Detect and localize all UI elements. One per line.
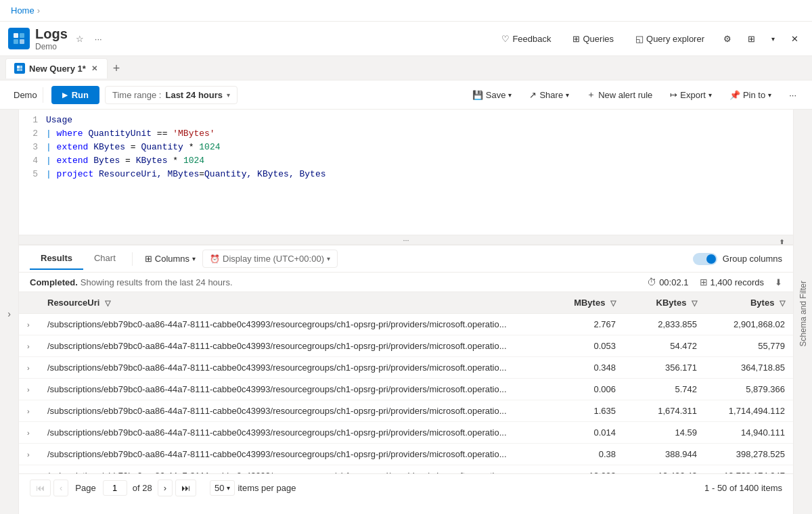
feedback-icon: ♡: [501, 34, 510, 44]
items-text: items per page: [238, 483, 296, 493]
expand-row-icon[interactable]: ›: [27, 407, 30, 415]
filter-mbytes-icon[interactable]: ▽: [610, 299, 616, 307]
breadcrumb-home[interactable]: Home: [11, 5, 35, 16]
filter-kbytes-icon[interactable]: ▽: [692, 299, 697, 307]
page-input[interactable]: [103, 480, 127, 496]
row-expand-2[interactable]: ›: [19, 357, 39, 379]
line-content-2[interactable]: | where QuantityUnit == 'MBytes': [46, 128, 793, 139]
cell-mbytes-2: 0.348: [556, 357, 624, 379]
line-content-3[interactable]: | extend KBytes = Quantity * 1024: [46, 142, 793, 152]
th-expand: [19, 292, 39, 314]
export-button[interactable]: ↦ Export ▾: [662, 86, 719, 104]
row-expand-7[interactable]: ›: [19, 465, 39, 474]
next-page-button[interactable]: ›: [158, 480, 173, 496]
settings-icon[interactable]: ⚙: [721, 31, 734, 47]
expand-icon[interactable]: ⬇: [775, 277, 782, 287]
workspace-label: Demo: [8, 87, 43, 103]
pin-icon: 📌: [729, 90, 740, 100]
last-page-button[interactable]: ⏭: [175, 480, 196, 496]
feedback-button[interactable]: ♡ Feedback: [496, 31, 556, 47]
table-row[interactable]: ›/subscriptions/ebb79bc0-aa86-44a7-8111-…: [19, 400, 793, 422]
expand-row-icon[interactable]: ›: [27, 429, 30, 437]
columns-button[interactable]: ⊞ Columns ▾: [138, 250, 202, 267]
more-options-icon[interactable]: ···: [92, 31, 105, 47]
filter-resource-icon[interactable]: ▽: [105, 299, 110, 307]
queries-icon: ⊞: [572, 34, 580, 44]
table-body: ›/subscriptions/ebb79bc0-aa86-44a7-8111-…: [19, 314, 793, 474]
pin-to-button[interactable]: 📌 Pin to ▾: [722, 86, 779, 104]
cell-mbytes-6: 0.38: [556, 444, 624, 465]
cell-kbytes-7: 13,406.42: [624, 465, 705, 474]
table-row[interactable]: ›/subscriptions/ebb79bc0-aa86-44a7-8111-…: [19, 465, 793, 474]
toolbar-more-button[interactable]: ···: [782, 86, 804, 104]
table-row[interactable]: ›/subscriptions/ebb79bc0-aa86-44a7-8111-…: [19, 379, 793, 400]
logs-icon: [12, 32, 26, 45]
th-mbytes: MBytes ▽: [556, 292, 624, 314]
display-time-button[interactable]: ⏰ Display time (UTC+00:00) ▾: [202, 250, 338, 268]
table-row[interactable]: ›/subscriptions/ebb79bc0-aa86-44a7-8111-…: [19, 422, 793, 444]
tab-results[interactable]: Results: [30, 248, 83, 270]
display-time-chevron-icon: ▾: [327, 255, 330, 262]
export-label: Export: [680, 90, 706, 100]
tab-chart[interactable]: Chart: [83, 248, 127, 270]
row-expand-4[interactable]: ›: [19, 400, 39, 422]
table-row[interactable]: ›/subscriptions/ebb79bc0-aa86-44a7-8111-…: [19, 444, 793, 465]
row-expand-0[interactable]: ›: [19, 314, 39, 335]
table-row[interactable]: ›/subscriptions/ebb79bc0-aa86-44a7-8111-…: [19, 314, 793, 335]
run-label: Run: [72, 90, 89, 100]
th-bytes: Bytes ▽: [705, 292, 793, 314]
feedback-label: Feedback: [512, 34, 551, 44]
table-row[interactable]: ›/subscriptions/ebb79bc0-aa86-44a7-8111-…: [19, 335, 793, 357]
run-button[interactable]: ▶ Run: [51, 86, 99, 104]
expand-row-icon[interactable]: ›: [27, 364, 30, 372]
app-title: Logs: [35, 26, 68, 42]
expand-row-icon[interactable]: ›: [27, 450, 30, 459]
cell-mbytes-3: 0.006: [556, 379, 624, 400]
line-content-5[interactable]: | project ResourceUri, MBytes=Quantity, …: [46, 169, 793, 179]
filter-bytes-icon[interactable]: ▽: [780, 299, 785, 307]
duration-item: ⏱ 00:02.1: [647, 277, 688, 287]
new-alert-button[interactable]: ＋ New alert rule: [579, 85, 660, 105]
toolbar: Demo ▶ Run Time range : Last 24 hours ▾ …: [0, 80, 812, 110]
right-sidebar: Schema and Filter: [793, 110, 812, 514]
share-label: Share: [539, 90, 563, 100]
row-expand-5[interactable]: ›: [19, 422, 39, 444]
expand-row-icon[interactable]: ›: [27, 386, 30, 394]
query-editor[interactable]: 1Usage2| where QuantityUnit == 'MBytes'3…: [19, 110, 793, 245]
duration-value: 00:02.1: [659, 277, 688, 287]
line-content-1[interactable]: Usage: [46, 115, 793, 125]
svg-rect-4: [17, 66, 20, 68]
line-content-4[interactable]: | extend Bytes = KBytes * 1024: [46, 156, 793, 166]
tab-new-query-1[interactable]: New Query 1* ✕: [5, 58, 108, 78]
chevron-down-icon[interactable]: ▾: [769, 32, 777, 45]
queries-button[interactable]: ⊞ Queries: [567, 31, 619, 47]
close-icon[interactable]: ✕: [788, 31, 801, 47]
query-explorer-button[interactable]: ◱ Query explorer: [630, 31, 710, 47]
items-per-page-select[interactable]: 50 ▾: [210, 480, 235, 496]
tab-add-button[interactable]: +: [108, 60, 126, 77]
line-number-4: 4: [19, 156, 46, 166]
share-button[interactable]: ↗ Share ▾: [522, 86, 577, 104]
editor-collapse-handle[interactable]: ··· ⬆: [19, 235, 793, 244]
save-button[interactable]: 💾 Save ▾: [465, 86, 520, 104]
first-page-button[interactable]: ⏮: [30, 480, 51, 496]
layout-icon[interactable]: ⊞: [745, 31, 758, 47]
svg-rect-7: [20, 69, 23, 72]
group-columns-toggle[interactable]: Group columns: [693, 253, 782, 265]
table-icon: ⊞: [700, 277, 708, 287]
row-expand-3[interactable]: ›: [19, 379, 39, 400]
table-row[interactable]: ›/subscriptions/ebb79bc0-aa86-44a7-8111-…: [19, 357, 793, 379]
expand-row-icon[interactable]: ›: [27, 321, 30, 329]
expand-row-icon[interactable]: ›: [27, 342, 30, 350]
prev-page-button[interactable]: ‹: [53, 480, 68, 496]
sidebar-toggle-button[interactable]: ›: [5, 303, 14, 325]
collapse-up-icon[interactable]: ⬆: [779, 238, 785, 245]
time-range-button[interactable]: Time range : Last 24 hours ▾: [105, 86, 238, 104]
tab-close-icon[interactable]: ✕: [90, 63, 99, 74]
group-columns-switch[interactable]: [693, 253, 717, 265]
favorite-icon[interactable]: ☆: [73, 31, 87, 47]
pagination: ⏮ ‹ Page of 28 › ⏭ 50 ▾ items per page: [19, 473, 793, 502]
row-expand-6[interactable]: ›: [19, 444, 39, 465]
tab-bar: New Query 1* ✕ +: [0, 56, 812, 80]
row-expand-1[interactable]: ›: [19, 335, 39, 357]
